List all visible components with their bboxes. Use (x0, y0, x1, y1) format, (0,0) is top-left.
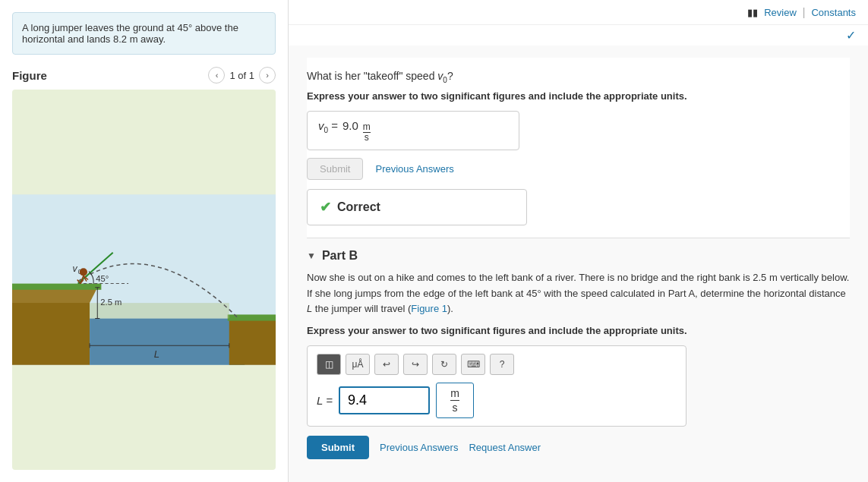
svg-marker-1 (12, 303, 90, 365)
keyboard-icon: ⌨ (467, 359, 480, 370)
constants-link[interactable]: Constants (811, 7, 856, 18)
part-a-submit-button: Submit (307, 158, 363, 180)
svg-text:L: L (154, 348, 159, 360)
math-units-box: m s (436, 383, 474, 418)
figure-area: 45° v 0 2.5 m L (12, 90, 276, 470)
part-b-variable-L: L (307, 303, 312, 314)
math-input-container: ◫ μÅ ↩ ↪ ↻ (307, 345, 687, 427)
toolbar-keyboard-button[interactable]: ⌨ (461, 354, 485, 375)
svg-rect-4 (90, 319, 245, 365)
svg-point-13 (80, 268, 87, 276)
toolbar-refresh-button[interactable]: ↻ (432, 354, 456, 375)
toolbar-help-button[interactable]: ? (490, 354, 514, 375)
figure-header: Figure ‹ 1 of 1 › (12, 67, 276, 83)
part-a-question: What is her "takeoff" speed v0? (307, 70, 850, 84)
math-entry-row: L = m s (317, 383, 677, 418)
page-indicator: 1 of 1 (229, 70, 254, 81)
math-toolbar: ◫ μÅ ↩ ↪ ↻ (317, 354, 677, 375)
svg-text:2.5 m: 2.5 m (100, 298, 122, 307)
correct-label: Correct (337, 200, 380, 214)
part-a-checkmark: ✓ (846, 28, 856, 43)
undo-icon: ↩ (383, 359, 390, 370)
part-b-desc-2: the jumper will travel (315, 303, 406, 314)
toolbar-redo-button[interactable]: ↪ (403, 354, 428, 375)
toolbar-undo-button[interactable]: ↩ (374, 354, 399, 375)
right-panel: ▮▮ Review | Constants ✓ What is her "tak… (289, 0, 868, 482)
svg-text:v: v (73, 263, 78, 274)
problem-text: A long jumper leaves the ground at 45° a… (22, 22, 238, 45)
figure-1-link[interactable]: Figure 1 (411, 303, 447, 314)
unit-numerator: m (450, 388, 459, 401)
part-a-action-row: Submit Previous Answers (307, 158, 850, 180)
help-icon: ? (500, 359, 505, 370)
part-b-actions: Submit Previous Answers Request Answer (307, 436, 850, 459)
svg-text:45°: 45° (96, 274, 109, 283)
request-answer-link[interactable]: Request Answer (469, 442, 541, 453)
problem-statement: A long jumper leaves the ground at 45° a… (12, 12, 276, 55)
part-b-value-input[interactable] (339, 386, 430, 414)
left-panel: A long jumper leaves the ground at 45° a… (0, 0, 289, 482)
part-a-instruction: Express your answer to two significant f… (307, 90, 850, 102)
prev-figure-button[interactable]: ‹ (208, 67, 225, 83)
figure-nav: ‹ 1 of 1 › (208, 67, 276, 83)
separator: | (803, 6, 806, 18)
part-b-desc-1: Now she is out on a hike and comes to th… (307, 272, 849, 299)
correct-box: ✔ Correct (307, 189, 527, 225)
part-b-section: ▼ Part B Now she is out on a hike and co… (307, 238, 850, 459)
part-b-prev-answers-link[interactable]: Previous Answers (380, 442, 458, 453)
layout-icon: ◫ (325, 359, 333, 370)
part-b-desc-3: . (450, 303, 453, 314)
part-a-answer-value: 9.0 (342, 119, 358, 132)
svg-marker-5 (229, 319, 276, 365)
content-area: What is her "takeoff" speed v0? Express … (289, 46, 868, 471)
part-a-section: What is her "takeoff" speed v0? Express … (307, 58, 850, 238)
part-b-header[interactable]: ▼ Part B (307, 238, 850, 270)
checkmark-area: ✓ (289, 25, 868, 46)
review-link[interactable]: Review (764, 7, 797, 18)
toolbar-units-button[interactable]: μÅ (346, 354, 370, 375)
part-b-title: Part B (322, 249, 358, 263)
top-bar: ▮▮ Review | Constants (289, 0, 868, 25)
next-figure-button[interactable]: › (259, 67, 276, 83)
refresh-icon: ↻ (440, 359, 448, 370)
units-icon: μÅ (352, 359, 364, 370)
unit-denominator: s (453, 402, 458, 413)
collapse-arrow-icon: ▼ (307, 250, 316, 261)
math-lhs-label: L = (317, 394, 333, 407)
redo-icon: ↪ (412, 359, 419, 370)
part-a-answer-box: v0 = 9.0 m s (307, 111, 519, 150)
part-b-submit-button[interactable]: Submit (307, 436, 369, 459)
correct-checkmark: ✔ (320, 199, 331, 216)
part-b-description: Now she is out on a hike and comes to th… (307, 270, 850, 317)
part-a-prev-answers-link[interactable]: Previous Answers (375, 163, 453, 175)
svg-rect-3 (12, 284, 101, 290)
review-icon: ▮▮ (747, 7, 758, 18)
figure-title: Figure (12, 69, 47, 82)
part-a-unit: m s (363, 122, 371, 142)
part-a-answer-label: v0 = (318, 119, 338, 134)
part-b-instruction: Express your answer to two significant f… (307, 325, 850, 336)
figure-svg: 45° v 0 2.5 m L (12, 90, 276, 470)
part-b-body: Now she is out on a hike and comes to th… (307, 270, 850, 459)
toolbar-layout-button[interactable]: ◫ (317, 354, 341, 375)
